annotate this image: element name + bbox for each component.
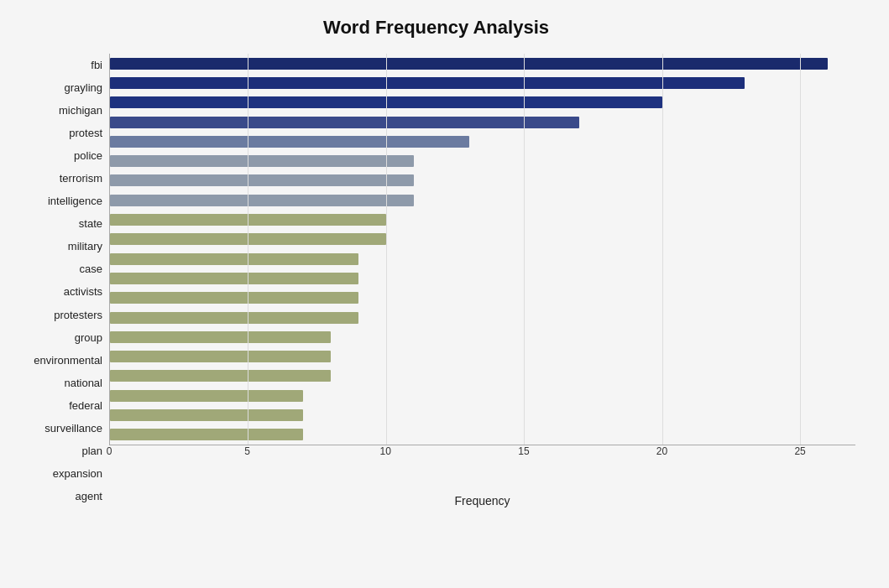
y-label: state — [79, 218, 102, 229]
bar-row — [110, 386, 855, 405]
bar-row — [110, 268, 855, 288]
bar-protesters — [110, 273, 358, 284]
bar-row — [110, 171, 855, 190]
bar-row — [110, 73, 855, 92]
x-tick-label: 5 — [244, 445, 250, 457]
y-label: environmental — [34, 355, 102, 366]
x-tick-label: 15 — [518, 445, 529, 457]
chart-area: fbigraylingmichiganprotestpoliceterroris… — [17, 54, 855, 507]
bar-row — [110, 367, 855, 386]
bar-row — [110, 327, 855, 346]
x-tick-label: 10 — [380, 445, 391, 457]
y-label: terrorism — [60, 173, 102, 184]
y-label: surveillance — [44, 423, 102, 434]
bar-national — [110, 331, 331, 343]
y-label: police — [74, 150, 102, 161]
bar-environmental — [110, 312, 358, 324]
y-label: michigan — [59, 105, 102, 116]
y-label: protesters — [54, 310, 102, 320]
y-label: agent — [75, 491, 102, 502]
bar-row — [110, 112, 855, 132]
bar-federal — [110, 351, 331, 362]
bar-expansion — [110, 409, 303, 421]
bar-row — [110, 54, 855, 73]
y-label: intelligence — [48, 195, 102, 206]
bar-row — [110, 289, 855, 308]
chart-container: Word Frequency Analysis fbigraylingmichi… — [0, 0, 889, 588]
bar-fbi — [110, 58, 828, 70]
x-tick-label: 0 — [107, 445, 112, 457]
bar-police — [110, 136, 469, 148]
bar-protest — [110, 117, 579, 128]
y-label: expansion — [53, 468, 102, 479]
bar-row — [110, 210, 855, 229]
y-label: activists — [64, 286, 102, 297]
y-axis-labels: fbigraylingmichiganprotestpoliceterroris… — [17, 54, 109, 507]
x-tick-label: 25 — [794, 445, 805, 457]
bar-terrorism — [110, 155, 414, 167]
bar-agent — [110, 429, 303, 440]
bar-row — [110, 249, 855, 268]
bar-group — [110, 292, 358, 304]
bar-military — [110, 214, 386, 226]
y-label: fbi — [91, 60, 102, 70]
x-axis: 0510152025 — [109, 445, 855, 471]
bar-row — [110, 425, 855, 445]
bars-inner — [109, 54, 855, 445]
y-label: national — [64, 377, 102, 388]
bar-row — [110, 346, 855, 366]
bar-row — [110, 93, 855, 112]
x-tick-label: 20 — [656, 445, 667, 457]
bar-state — [110, 195, 414, 206]
bar-row — [110, 132, 855, 151]
y-label: case — [80, 263, 102, 274]
bar-intelligence — [110, 174, 414, 186]
bar-row — [110, 151, 855, 170]
bar-grayling — [110, 77, 745, 89]
bar-surveillance — [110, 370, 331, 382]
y-label: federal — [69, 400, 102, 411]
y-label: group — [75, 332, 102, 343]
x-axis-title: Frequency — [109, 494, 855, 507]
y-label: military — [68, 241, 102, 252]
bar-michigan — [110, 96, 662, 108]
y-label: grayling — [64, 82, 102, 93]
y-label: plan — [81, 445, 102, 456]
bar-row — [110, 405, 855, 424]
bar-activists — [110, 253, 358, 265]
bar-row — [110, 230, 855, 249]
bars-section: 0510152025 Frequency — [109, 54, 855, 507]
bar-row — [110, 190, 855, 210]
bar-case — [110, 233, 386, 245]
bar-plan — [110, 390, 303, 402]
chart-title: Word Frequency Analysis — [17, 17, 855, 39]
bar-row — [110, 308, 855, 327]
y-label: protest — [69, 127, 102, 138]
